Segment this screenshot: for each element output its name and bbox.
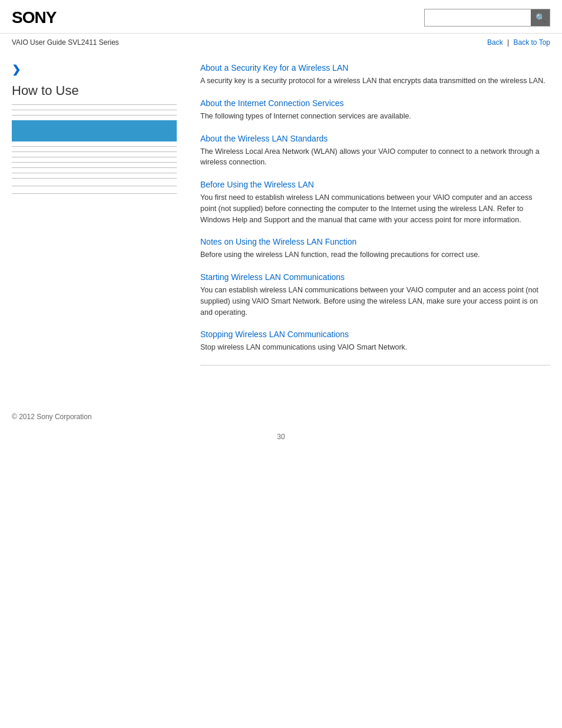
sidebar-divider-5 xyxy=(12,157,177,157)
sidebar-highlight xyxy=(12,120,177,141)
topic-wireless-standards: About the Wireless LAN Standards The Wir… xyxy=(200,134,550,169)
content-area: About a Security Key for a Wireless LAN … xyxy=(189,63,550,377)
nav-links: Back | Back to Top xyxy=(487,38,550,47)
topic-security-key: About a Security Key for a Wireless LAN … xyxy=(200,63,550,87)
sidebar-divider-7 xyxy=(12,167,177,168)
sidebar-divider-2 xyxy=(12,115,177,116)
sidebar-divider-8 xyxy=(12,173,177,173)
topic-desc-notes-using: Before using the wireless LAN function, … xyxy=(200,249,550,261)
sidebar-arrow: ❯ xyxy=(12,63,177,76)
sidebar-title: How to Use xyxy=(12,83,177,105)
breadcrumb-bar: VAIO User Guide SVL2411 Series Back | Ba… xyxy=(0,34,562,51)
sony-logo: SONY xyxy=(12,8,56,27)
page-number: 30 xyxy=(0,427,562,459)
back-to-top-link[interactable]: Back to Top xyxy=(514,38,550,47)
topic-desc-stopping-comms: Stop wireless LAN communications using V… xyxy=(200,342,550,353)
topic-title-internet-connection[interactable]: About the Internet Connection Services xyxy=(200,98,550,108)
main-content: ❯ How to Use About a Security Key for a … xyxy=(0,51,562,389)
topic-starting-comms: Starting Wireless LAN Communications You… xyxy=(200,272,550,318)
sidebar: ❯ How to Use xyxy=(12,63,189,377)
search-box: 🔍 xyxy=(424,9,550,27)
sidebar-divider-11 xyxy=(12,193,177,194)
header: SONY 🔍 xyxy=(0,0,562,34)
topic-desc-internet-connection: The following types of Internet connecti… xyxy=(200,111,550,122)
topic-notes-using: Notes on Using the Wireless LAN Function… xyxy=(200,237,550,261)
back-link[interactable]: Back xyxy=(487,38,503,47)
sidebar-divider-3 xyxy=(12,146,177,147)
topic-title-stopping-comms[interactable]: Stopping Wireless LAN Communications xyxy=(200,330,550,339)
topic-internet-connection: About the Internet Connection Services T… xyxy=(200,98,550,122)
topic-stopping-comms: Stopping Wireless LAN Communications Sto… xyxy=(200,330,550,353)
search-input[interactable] xyxy=(425,9,531,26)
topic-desc-starting-comms: You can establish wireless LAN communica… xyxy=(200,285,550,318)
breadcrumb: VAIO User Guide SVL2411 Series xyxy=(12,38,119,47)
search-button[interactable]: 🔍 xyxy=(531,9,550,26)
topic-title-starting-comms[interactable]: Starting Wireless LAN Communications xyxy=(200,272,550,282)
copyright: © 2012 Sony Corporation xyxy=(12,413,550,421)
topic-title-notes-using[interactable]: Notes on Using the Wireless LAN Function xyxy=(200,237,550,246)
nav-separator: | xyxy=(507,38,509,47)
topic-title-wireless-standards[interactable]: About the Wireless LAN Standards xyxy=(200,134,550,143)
sidebar-divider-6 xyxy=(12,162,177,163)
topic-desc-before-using: You first need to establish wireless LAN… xyxy=(200,192,550,225)
sidebar-divider-1 xyxy=(12,110,177,110)
sidebar-divider-4 xyxy=(12,151,177,152)
topic-desc-wireless-standards: The Wireless Local Area Network (WLAN) a… xyxy=(200,146,550,169)
sidebar-divider-9 xyxy=(12,178,177,179)
search-icon: 🔍 xyxy=(535,13,546,22)
content-bottom-divider xyxy=(200,365,550,365)
topic-title-before-using[interactable]: Before Using the Wireless LAN xyxy=(200,180,550,189)
footer: © 2012 Sony Corporation xyxy=(0,389,562,427)
topic-title-security-key[interactable]: About a Security Key for a Wireless LAN xyxy=(200,63,550,73)
topic-before-using: Before Using the Wireless LAN You first … xyxy=(200,180,550,225)
sidebar-divider-10 xyxy=(12,186,177,186)
topic-desc-security-key: A security key is a security protocol fo… xyxy=(200,75,550,87)
